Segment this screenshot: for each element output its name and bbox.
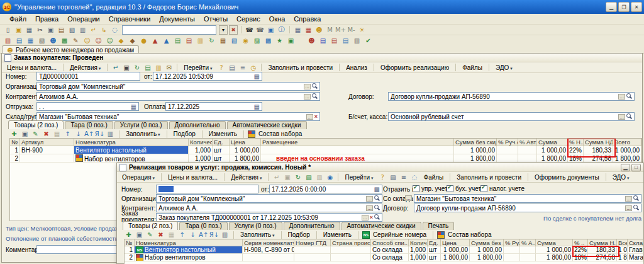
cell-vat-pct[interactable]: 22% (573, 246, 588, 254)
report-journal-icon[interactable]: ▥ (3, 36, 13, 45)
choose-icon[interactable]: ... (366, 196, 373, 202)
open-icon[interactable] (374, 195, 380, 202)
save-icon[interactable]: ▦ (25, 25, 34, 34)
minimize-button[interactable]: ▁ (621, 164, 630, 171)
add-row-icon[interactable]: ✚ (9, 130, 19, 139)
order-tab-3[interactable]: Дополнительно (169, 121, 226, 129)
cell-pct-manual[interactable] (497, 146, 518, 154)
choose-icon[interactable]: ... (304, 94, 311, 100)
accounting-checkbox[interactable]: бух. учете (447, 185, 485, 192)
vat-icon[interactable]: ▨ (252, 36, 262, 45)
undo-icon[interactable]: ↵ (89, 25, 98, 34)
cell-num[interactable]: 1 (125, 246, 135, 254)
order-tab-0[interactable]: Товары (2 поз.) (8, 120, 64, 129)
fill-and-post-button[interactable]: Заполнить и провести (265, 64, 336, 71)
invoice-in-icon[interactable]: ▲ (162, 36, 171, 45)
realization-tab-1[interactable]: Тара (0 поз.) (179, 222, 227, 230)
order-tab-4[interactable]: Автоматические скидки (227, 121, 307, 129)
maximize-button[interactable]: ❐ (618, 2, 630, 12)
copy-report-icon[interactable]: ▥ (352, 36, 362, 45)
operation-button[interactable]: Операция (119, 174, 158, 181)
cell-gtd[interactable] (294, 246, 331, 254)
open-icon[interactable] (312, 83, 318, 89)
find-icon[interactable]: ◌ (110, 25, 119, 34)
supplier-order-icon[interactable]: ☺ (94, 36, 103, 45)
cell-warehouse[interactable]: Мага.. (628, 254, 643, 261)
print-preview-icon[interactable]: ▥ (78, 25, 87, 34)
search-dropdown-icon[interactable]: ▾ (219, 25, 228, 35)
invoice-out-icon[interactable]: ▲ (150, 36, 160, 45)
open-folder-icon[interactable]: ▣ (14, 25, 23, 34)
post-doc-icon[interactable]: ↵ (272, 173, 281, 181)
edit-row-icon[interactable]: ✎ (145, 231, 155, 239)
cell-price[interactable]: 1 000,00 (230, 146, 261, 154)
customer-order-field[interactable]: Заказ покупателя ТД000000001 от 17.12.20… (156, 213, 382, 222)
help-icon[interactable]: ? (216, 63, 226, 72)
calendar-icon[interactable]: ▦ (293, 25, 303, 34)
sales-manager-icon[interactable]: ☻ (307, 36, 316, 45)
cell-pct-auto[interactable] (520, 246, 536, 254)
cell-qty[interactable]: 1,000 (189, 146, 213, 154)
open-icon[interactable] (374, 214, 380, 221)
counterparty-field[interactable]: Алхимов А.А. ... (156, 204, 382, 212)
cell-total[interactable]: 1 8.. (617, 254, 628, 261)
cell-total[interactable]: 1 000,00 (613, 146, 641, 154)
calendar-icon[interactable] (131, 103, 136, 110)
cell-series[interactable]: Н-908, С-890 от 01.01.2003 (243, 246, 294, 254)
cell-series[interactable] (243, 254, 294, 261)
calendar-red-icon[interactable]: ▦ (304, 25, 313, 34)
clear-icon[interactable] (314, 113, 318, 120)
cell-vat-sum[interactable]: 180,33 (584, 146, 613, 154)
calendar-icon[interactable] (254, 103, 260, 110)
realization-tab-2[interactable]: Услуги (0 поз.) (229, 222, 282, 230)
price-list-icon[interactable]: ▩ (60, 36, 69, 45)
phone-call-icon[interactable]: ☎ (245, 25, 254, 34)
paste-icon[interactable]: ▤ (57, 25, 66, 34)
copy-row-icon[interactable]: ▣ (135, 231, 144, 239)
order-status-icon[interactable]: ▤ (330, 36, 339, 45)
cell-writeoff-method[interactable]: Со склада (371, 246, 409, 254)
cell-vat-pct[interactable]: 18% (573, 254, 588, 261)
close-button[interactable]: ✕ (631, 2, 642, 12)
menu-item-4[interactable]: Документы (155, 14, 199, 23)
menu-item-3[interactable]: Справочники (104, 14, 155, 23)
menu-item-6[interactable]: Сервис (232, 14, 265, 23)
date-field[interactable]: 17.12.2025 10:53:09 (153, 72, 262, 81)
edit-row-icon[interactable]: ✎ (31, 130, 40, 139)
kit-contents-button[interactable]: Состав набора (448, 231, 494, 238)
cell-nomenclature[interactable]: Набор вентиляторов (74, 154, 189, 163)
goto-button[interactable]: Перейти (180, 64, 215, 71)
reread-icon[interactable]: ▣ (121, 63, 131, 72)
choose-icon[interactable]: ... (306, 114, 313, 120)
redo-icon[interactable]: ↳ (99, 25, 109, 34)
cell-nomenclature[interactable]: Набор вентиляторов (135, 254, 243, 261)
prices-currency-button[interactable]: Цены и валюта... (165, 174, 221, 181)
delete-row-icon[interactable]: ✖ (156, 231, 165, 239)
cell-qty[interactable]: 1,000 (409, 246, 428, 254)
move-down-icon[interactable]: ↓ (188, 231, 197, 239)
sort-asc-icon[interactable]: А↑ (199, 231, 208, 239)
totals-icon[interactable]: ▥ (106, 130, 115, 139)
cell-vat-pct[interactable]: 22% (568, 146, 584, 154)
structure-icon[interactable]: ◉ (325, 173, 335, 181)
choose-icon[interactable]: ... (625, 205, 632, 211)
cell-price[interactable]: 1 800,00 (230, 154, 261, 163)
cell-article[interactable]: ВН-900 (20, 146, 74, 154)
cell-sum[interactable]: 1 000,00 (537, 146, 568, 154)
calc-mplus-icon[interactable]: M+ (336, 25, 345, 34)
payment-field[interactable]: 17.12.2025 (165, 102, 262, 111)
management-accounting-checkbox[interactable]: упр. учете (413, 185, 451, 192)
refresh-icon[interactable]: ↻ (293, 173, 303, 181)
number-field[interactable]: ТД000000001 (36, 72, 140, 81)
cell-pct-auto[interactable] (518, 154, 537, 163)
edit-prices-icon[interactable]: ✎ (71, 36, 80, 45)
cell-placement[interactable] (261, 146, 454, 154)
add-row-icon[interactable]: ✚ (124, 231, 133, 239)
phone-book-icon[interactable]: ☎ (255, 25, 265, 34)
check-report-icon[interactable]: ✔ (364, 36, 373, 45)
open-icon[interactable] (633, 195, 639, 202)
sort-desc-icon[interactable]: Я↓ (95, 130, 104, 139)
cell-warehouse[interactable]: Главн.. (628, 246, 643, 254)
serial-numbers-button[interactable]: Серийные номера (373, 231, 429, 238)
save-rows-icon[interactable]: ▦ (52, 130, 62, 139)
